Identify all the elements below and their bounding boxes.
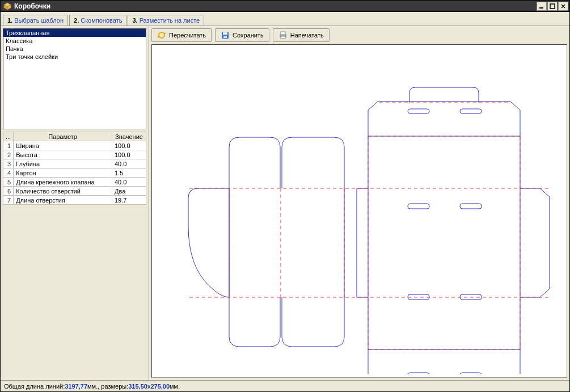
tab-bar: 1.Выбрать шаблон 2.Скомпоновать 3.Размес… [1,12,569,26]
table-row: 4Картон1.5 [3,168,146,178]
close-button[interactable] [558,2,568,11]
status-mid: мм., размеры: [87,383,128,390]
minimize-button[interactable] [537,2,547,11]
tab-choose-template[interactable]: 1.Выбрать шаблон [3,15,68,26]
svg-rect-24 [408,373,429,374]
window-title: Коробочки [14,2,536,10]
template-list[interactable]: Трехклапанная Классика Пачка Три точки с… [3,28,146,129]
status-prefix: Общая длина линий: [4,383,65,390]
print-label: Напечатать [290,32,324,39]
status-suffix: мм. [170,383,180,390]
table-row: 1Ширина100.0 [3,141,146,150]
table-row: 3Глубина40.0 [3,159,146,168]
window-controls [536,2,568,11]
svg-rect-17 [368,136,520,349]
svg-rect-3 [539,7,543,9]
sidebar-filler [3,205,146,380]
box-dieline-drawing [155,45,564,374]
status-height: 275,00 [150,383,170,390]
save-button[interactable]: Сохранить [215,28,269,42]
sidebar: Трехклапанная Классика Пачка Три точки с… [1,26,149,380]
svg-rect-11 [223,32,227,35]
tab-compose[interactable]: 2.Скомпоновать [69,15,126,26]
svg-rect-23 [460,109,482,113]
svg-rect-18 [408,204,429,209]
design-canvas[interactable] [151,44,567,378]
save-icon [221,31,230,40]
print-button[interactable]: Напечатать [273,28,330,42]
titlebar: Коробочки [1,1,569,12]
svg-rect-19 [460,204,482,209]
refresh-icon [157,31,166,40]
svg-rect-15 [281,36,285,39]
table-row: 2Высота100.0 [3,150,146,159]
svg-rect-4 [550,4,555,9]
table-row: 5Длина крепежного клапана40.0 [3,178,146,187]
svg-rect-25 [460,373,482,374]
template-item-pack[interactable]: Пачка [3,45,146,53]
print-icon [278,31,288,40]
svg-rect-12 [223,36,227,38]
status-bar: Общая длина линий: 3197,77 мм., размеры:… [1,380,569,391]
status-width: 315,50 [128,383,147,390]
recalculate-label: Пересчитать [169,32,206,39]
param-header-value: Значение [112,132,146,141]
param-header-name: Параметр [14,132,112,141]
save-label: Сохранить [233,32,264,39]
app-box-icon [3,2,12,11]
main: Трехклапанная Классика Пачка Три точки с… [1,26,569,380]
toolbar: Пересчитать Сохранить Напечатать [151,28,567,42]
tab-place-on-sheet[interactable]: 3.Разместить на листе [128,15,204,26]
status-total-length: 3197,77 [65,383,87,390]
table-row: 6Количество отверстийДва [3,187,146,196]
maximize-button[interactable] [547,2,558,11]
table-row: 7Длина отверстия19.7 [3,196,146,205]
parameter-table[interactable]: ... Параметр Значение 1Ширина100.0 2Высо… [3,132,146,205]
recalculate-button[interactable]: Пересчитать [151,28,212,42]
template-item-three-glue[interactable]: Три точки склейки [3,53,146,61]
param-header-corner[interactable]: ... [3,132,14,141]
svg-point-16 [285,35,286,36]
content: Пересчитать Сохранить Напечатать [149,26,569,380]
svg-rect-14 [281,32,285,35]
template-item-three-flap[interactable]: Трехклапанная [3,29,146,37]
template-item-classic[interactable]: Классика [3,37,146,45]
svg-rect-22 [408,109,429,113]
